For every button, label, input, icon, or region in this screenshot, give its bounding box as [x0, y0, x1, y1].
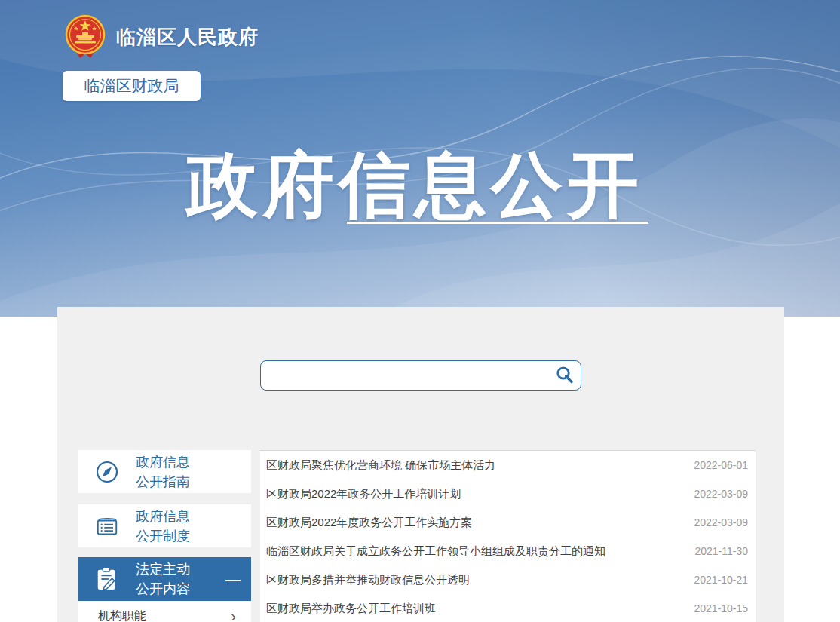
sidebar-submenu: 机构职能 ›: [78, 601, 251, 622]
article-row[interactable]: 临淄区财政局关于成立政务公开工作领导小组组成及职责分工的通知 2021-11-3…: [260, 537, 756, 565]
page-banner: 临淄区人民政府 临淄区财政局 政府信息公开: [0, 0, 840, 317]
content-panel: 政府信息 公开指南: [57, 307, 784, 622]
dept-button[interactable]: 临淄区财政局: [63, 71, 201, 101]
article-date: 2022-06-01: [694, 459, 748, 471]
article-title[interactable]: 区财政局举办政务公开工作培训班: [266, 602, 436, 616]
gov-name: 临淄区人民政府: [116, 24, 259, 51]
sidebar-item-label-line1: 法定主动: [136, 562, 190, 577]
article-row[interactable]: 区财政局举办政务公开工作培训班 2021-10-15: [260, 594, 756, 622]
article-date: 2022-03-09: [694, 488, 748, 500]
content-row: 政府信息 公开指南: [78, 450, 756, 622]
search-bar: [260, 360, 581, 391]
national-emblem-icon: [63, 14, 107, 60]
article-title[interactable]: 临淄区财政局关于成立政务公开工作领导小组组成及职责分工的通知: [266, 544, 605, 559]
gov-brand[interactable]: 临淄区人民政府: [63, 14, 259, 60]
article-row[interactable]: 区财政局多措并举推动财政信息公开透明 2021-10-21: [260, 565, 756, 594]
article-row[interactable]: 区财政局2022年度政务公开工作实施方案 2022-03-09: [260, 508, 756, 537]
dept-button-label: 临淄区财政局: [84, 75, 179, 97]
article-date: 2022-03-09: [694, 516, 748, 529]
sidebar-item-label-line2: 公开内容: [136, 581, 190, 596]
ledger-icon: [95, 513, 119, 539]
sidebar-item-label-line1: 政府信息: [136, 455, 190, 470]
submenu-item-org-functions[interactable]: 机构职能 ›: [78, 601, 251, 622]
article-list: 区财政局聚焦优化营商环境 确保市场主体活力 2022-06-01 区财政局202…: [260, 450, 756, 622]
article-date: 2021-10-15: [694, 602, 748, 614]
article-date: 2021-10-21: [694, 574, 748, 586]
search-input[interactable]: [260, 360, 581, 391]
sidebar-item-guide[interactable]: 政府信息 公开指南: [78, 450, 251, 493]
title-underline: [347, 222, 648, 224]
sidebar-item-label-line1: 政府信息: [136, 509, 190, 524]
article-title[interactable]: 区财政局聚焦优化营商环境 确保市场主体活力: [266, 458, 495, 473]
article-title[interactable]: 区财政局2022年政务公开工作培训计划: [266, 487, 461, 501]
sidebar-item-label-line2: 公开制度: [136, 529, 190, 544]
sidebar-item-label-line2: 公开指南: [136, 474, 190, 489]
submenu-item-label: 机构职能: [98, 608, 146, 622]
article-row[interactable]: 区财政局聚焦优化营商环境 确保市场主体活力 2022-06-01: [260, 451, 756, 480]
chevron-right-icon: ›: [231, 608, 236, 622]
sidebar-item-statutory-disclosure[interactable]: 法定主动 公开内容 —: [78, 557, 251, 601]
search-button[interactable]: [553, 364, 577, 387]
article-row[interactable]: 区财政局2022年政务公开工作培训计划 2022-03-09: [260, 480, 756, 508]
article-date: 2021-11-30: [694, 545, 748, 557]
sidebar: 政府信息 公开指南: [78, 450, 251, 622]
clipboard-pen-icon: [95, 566, 119, 592]
compass-icon: [95, 459, 119, 485]
sidebar-item-system[interactable]: 政府信息 公开制度: [78, 504, 251, 547]
article-title[interactable]: 区财政局2022年度政务公开工作实施方案: [266, 516, 472, 530]
search-icon: [555, 366, 575, 385]
article-title[interactable]: 区财政局多措并举推动财政信息公开透明: [266, 573, 470, 587]
page-title: 政府信息公开: [0, 138, 829, 234]
collapse-indicator[interactable]: —: [225, 571, 241, 588]
